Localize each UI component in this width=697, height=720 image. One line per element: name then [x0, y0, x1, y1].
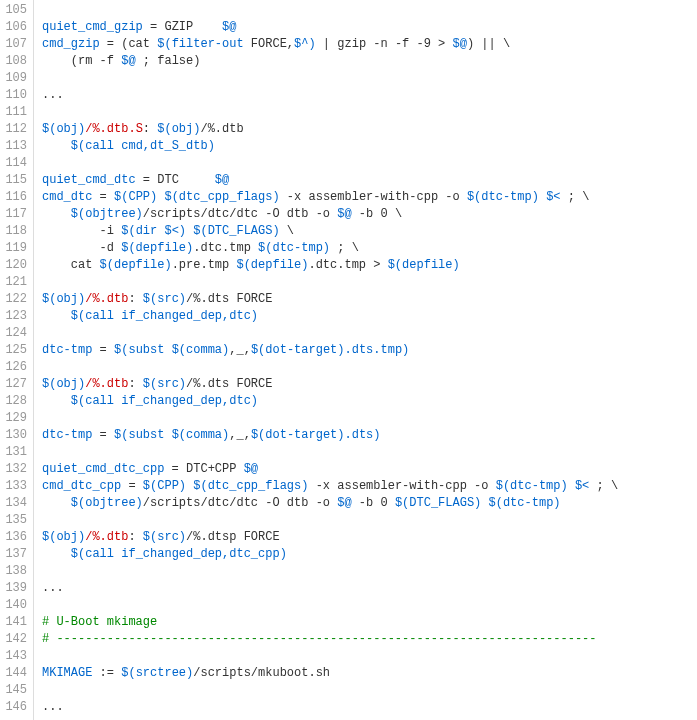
line-number: 125: [4, 342, 27, 359]
line-number: 110: [4, 87, 27, 104]
code-token: $^: [294, 37, 308, 51]
code-line[interactable]: cmd_gzip = (cat $(filter-out FORCE,$^) |…: [42, 36, 697, 53]
code-line[interactable]: quiet_cmd_gzip = GZIP $@: [42, 19, 697, 36]
code-token: /%.dts FORCE: [186, 377, 272, 391]
code-line[interactable]: ...: [42, 580, 697, 597]
code-token: $(comma): [172, 428, 230, 442]
code-token: /%.dtb: [85, 292, 128, 306]
code-token: /%.dtb.S: [85, 122, 143, 136]
code-line[interactable]: [42, 155, 697, 172]
code-token: call: [85, 394, 114, 408]
code-token: call: [85, 139, 114, 153]
code-line[interactable]: cat $(depfile).pre.tmp $(depfile).dtc.tm…: [42, 257, 697, 274]
line-number: 132: [4, 461, 27, 478]
code-token: $@: [244, 462, 258, 476]
code-line[interactable]: [42, 70, 697, 87]
code-token: cmd_gzip: [42, 37, 100, 51]
code-line[interactable]: $(obj)/%.dtb: $(src)/%.dtsp FORCE: [42, 529, 697, 546]
code-line[interactable]: $(obj)/%.dtb.S: $(obj)/%.dtb: [42, 121, 697, 138]
code-line[interactable]: [42, 410, 697, 427]
code-token: $(dtc_cpp_flags): [193, 479, 308, 493]
code-token: $(src): [143, 292, 186, 306]
code-line[interactable]: quiet_cmd_dtc_cpp = DTC+CPP $@: [42, 461, 697, 478]
code-line[interactable]: [42, 274, 697, 291]
code-token: :=: [92, 666, 121, 680]
code-line[interactable]: [42, 2, 697, 19]
line-number: 129: [4, 410, 27, 427]
code-line[interactable]: -i $(dir $<) $(DTC_FLAGS) \: [42, 223, 697, 240]
code-line[interactable]: [42, 597, 697, 614]
line-number: 116: [4, 189, 27, 206]
code-token: $(dtc_cpp_flags): [164, 190, 279, 204]
code-line[interactable]: $(call cmd,dt_S_dtb): [42, 138, 697, 155]
code-line[interactable]: MKIMAGE := $(srctree)/scripts/mkuboot.sh: [42, 665, 697, 682]
code-token: quiet_cmd_gzip: [42, 20, 143, 34]
code-line[interactable]: $(call if_changed_dep,dtc): [42, 308, 697, 325]
code-token: =: [121, 479, 143, 493]
code-token: $(CPP): [114, 190, 157, 204]
code-token: $(: [114, 343, 128, 357]
line-number: 135: [4, 512, 27, 529]
line-number: 123: [4, 308, 27, 325]
code-line[interactable]: [42, 648, 697, 665]
code-token: $(: [71, 139, 85, 153]
code-line[interactable]: $(call if_changed_dep,dtc): [42, 393, 697, 410]
code-line[interactable]: $(obj)/%.dtb: $(src)/%.dts FORCE: [42, 376, 697, 393]
code-line[interactable]: [42, 444, 697, 461]
code-line[interactable]: [42, 359, 697, 376]
code-token: $(: [157, 37, 171, 51]
code-line[interactable]: -d $(depfile).dtc.tmp $(dtc-tmp) ; \: [42, 240, 697, 257]
code-line[interactable]: (rm -f $@ ; false): [42, 53, 697, 70]
code-token: $(: [121, 224, 135, 238]
code-token: subst: [128, 343, 164, 357]
code-token: [481, 496, 488, 510]
code-line[interactable]: # U-Boot mkimage: [42, 614, 697, 631]
code-token: .pre.tmp: [172, 258, 237, 272]
code-line[interactable]: $(call if_changed_dep,dtc_cpp): [42, 546, 697, 563]
line-number: 117: [4, 206, 27, 223]
code-line[interactable]: dtc-tmp = $(subst $(comma),_,$(dot-targe…: [42, 342, 697, 359]
code-token: $(: [71, 394, 85, 408]
code-line[interactable]: $(obj)/%.dtb: $(src)/%.dts FORCE: [42, 291, 697, 308]
code-token: =: [92, 428, 114, 442]
code-line[interactable]: [42, 563, 697, 580]
line-number: 118: [4, 223, 27, 240]
code-token: quiet_cmd_dtc: [42, 173, 136, 187]
code-token: if_changed_dep,dtc): [114, 394, 258, 408]
code-line[interactable]: [42, 682, 697, 699]
line-number: 134: [4, 495, 27, 512]
code-token: /%.dtsp FORCE: [186, 530, 280, 544]
code-token: dir: [136, 224, 158, 238]
code-token: quiet_cmd_dtc_cpp: [42, 462, 164, 476]
code-token: .dtc.tmp >: [308, 258, 387, 272]
code-token: [42, 496, 71, 510]
code-line[interactable]: cmd_dtc_cpp = $(CPP) $(dtc_cpp_flags) -x…: [42, 478, 697, 495]
code-line[interactable]: $(objtree)/scripts/dtc/dtc -O dtb -o $@ …: [42, 206, 697, 223]
code-area[interactable]: quiet_cmd_gzip = GZIP $@cmd_gzip = (cat …: [34, 0, 697, 720]
code-line[interactable]: [42, 512, 697, 529]
code-line[interactable]: quiet_cmd_dtc = DTC $@: [42, 172, 697, 189]
line-number: 138: [4, 563, 27, 580]
line-number: 144: [4, 665, 27, 682]
code-token: $(obj): [42, 377, 85, 391]
line-number: 142: [4, 631, 27, 648]
code-line[interactable]: ...: [42, 87, 697, 104]
code-token: /scripts/mkuboot.sh: [193, 666, 330, 680]
code-token: $(srctree): [121, 666, 193, 680]
code-token: ; \: [589, 479, 618, 493]
code-line[interactable]: # --------------------------------------…: [42, 631, 697, 648]
code-editor: 1051061071081091101111121131141151161171…: [0, 0, 697, 720]
code-token: filter-out: [172, 37, 244, 51]
code-token: MKIMAGE: [42, 666, 92, 680]
code-line[interactable]: dtc-tmp = $(subst $(comma),_,$(dot-targe…: [42, 427, 697, 444]
code-line[interactable]: $(objtree)/scripts/dtc/dtc -O dtb -o $@ …: [42, 495, 697, 512]
code-line[interactable]: [42, 104, 697, 121]
code-token: $(: [71, 309, 85, 323]
code-line[interactable]: cmd_dtc = $(CPP) $(dtc_cpp_flags) -x ass…: [42, 189, 697, 206]
code-token: [42, 139, 71, 153]
code-line[interactable]: [42, 325, 697, 342]
code-token: .dts.tmp): [345, 343, 410, 357]
code-token: ...: [42, 700, 64, 714]
code-line[interactable]: ...: [42, 699, 697, 716]
code-token: dtc-tmp: [42, 343, 92, 357]
